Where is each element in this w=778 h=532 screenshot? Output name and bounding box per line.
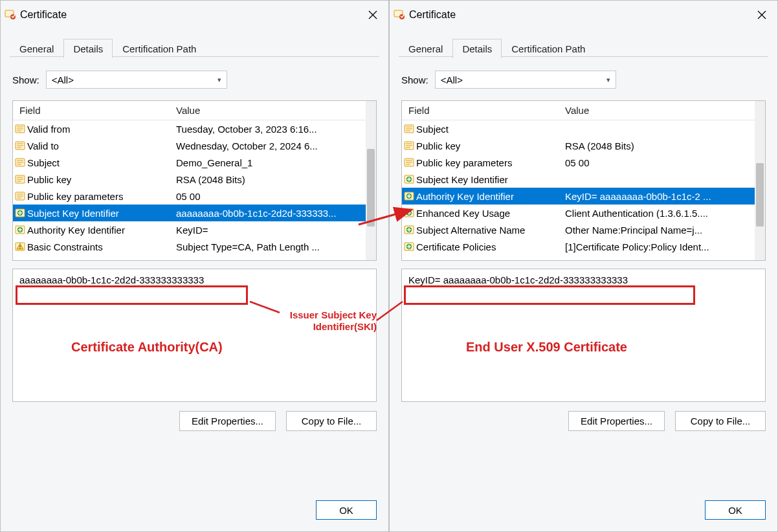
table-row[interactable]: Subject Alternative NameOther Name:Princ…: [402, 221, 755, 238]
dialog-body: Show: <All> ▾ Field Value Valid fromTues…: [1, 58, 388, 500]
certificate-icon: [5, 9, 16, 21]
value-cell: KeyID= aaaaaaaa-0b0b-1c1c-2 ...: [565, 191, 755, 202]
tab-general[interactable]: General: [10, 39, 63, 58]
field-cell: Subject Alternative Name: [416, 225, 565, 236]
table-row[interactable]: Subject Key Identifier: [402, 171, 755, 188]
certificate-dialog-left: Certificate General Details Certificatio…: [0, 0, 389, 532]
show-row: Show: <All> ▾: [12, 71, 377, 89]
listview-rows: Valid fromTuesday, October 3, 2023 6:16.…: [13, 120, 366, 260]
value-cell: Tuesday, October 3, 2023 6:16...: [176, 124, 366, 135]
footer: OK: [390, 500, 777, 531]
scrollbar-track[interactable]: [755, 101, 765, 260]
tab-certification-path[interactable]: Certification Path: [502, 39, 595, 58]
value-cell: 05 00: [565, 157, 755, 168]
fields-listview: Field Value Valid fromTuesday, October 3…: [12, 100, 377, 261]
show-value: <All>: [52, 74, 74, 85]
property-icon: [402, 124, 416, 134]
scrollbar-track[interactable]: [366, 101, 376, 260]
copy-to-file-button[interactable]: Copy to File...: [286, 411, 377, 431]
tab-certification-path[interactable]: Certification Path: [113, 39, 206, 58]
field-cell: Subject: [27, 157, 176, 168]
svg-point-28: [19, 248, 21, 249]
certificate-icon: [394, 9, 405, 21]
close-button[interactable]: [746, 1, 777, 29]
value-cell: Wednesday, October 2, 2024 6...: [176, 140, 366, 151]
details-text: KeyID= aaaaaaaa-0b0b-1c1c-2d2d-333333333…: [408, 274, 628, 285]
table-row[interactable]: Certificate Policies[1]Certificate Polic…: [402, 238, 755, 255]
ok-button[interactable]: OK: [316, 500, 377, 520]
value-cell: 05 00: [176, 191, 366, 202]
table-row[interactable]: Valid fromTuesday, October 3, 2023 6:16.…: [13, 120, 366, 137]
scrollbar-thumb[interactable]: [367, 149, 375, 227]
extension-icon: [13, 208, 27, 218]
field-cell: Public key: [27, 174, 176, 185]
listview-header: Field Value: [402, 101, 765, 120]
button-row: Edit Properties... Copy to File...: [401, 411, 766, 431]
ok-button[interactable]: OK: [705, 500, 766, 520]
window-title: Certificate: [409, 9, 746, 21]
field-cell: Enhanced Key Usage: [416, 208, 565, 219]
property-icon: [13, 191, 27, 201]
details-pane: aaaaaaaa-0b0b-1c1c-2d2d-333333333333: [12, 269, 377, 402]
table-row[interactable]: Authority Key IdentifierKeyID=: [13, 221, 366, 238]
field-cell: Authority Key Identifier: [27, 225, 176, 236]
table-row[interactable]: Enhanced Key UsageClient Authentication …: [402, 205, 755, 221]
edit-properties-button[interactable]: Edit Properties...: [179, 411, 276, 431]
table-row[interactable]: Public key parameters05 00: [13, 188, 366, 205]
titlebar: Certificate: [390, 1, 777, 29]
table-row[interactable]: Public key parameters05 00: [402, 154, 755, 171]
field-cell: Certificate Policies: [416, 241, 565, 252]
critical-extension-icon: [13, 241, 27, 252]
field-cell: Subject Key Identifier: [27, 208, 176, 219]
value-cell: Subject Type=CA, Path Length ...: [176, 241, 366, 252]
tab-strip: General Details Certification Path: [390, 29, 777, 58]
value-cell: KeyID=: [176, 225, 366, 236]
scrollbar[interactable]: [755, 101, 765, 260]
table-row[interactable]: Public keyRSA (2048 Bits): [402, 137, 755, 154]
header-field[interactable]: Field: [402, 105, 565, 116]
table-row[interactable]: Authority Key IdentifierKeyID= aaaaaaaa-…: [402, 188, 755, 205]
tab-details[interactable]: Details: [452, 39, 502, 58]
header-field[interactable]: Field: [13, 105, 176, 116]
field-cell: Basic Constraints: [27, 241, 176, 252]
footer: OK: [1, 500, 388, 531]
listview-rows: SubjectPublic keyRSA (2048 Bits)Public k…: [402, 120, 755, 260]
value-cell: Client Authentication (1.3.6.1.5....: [565, 208, 755, 219]
extension-icon: [402, 225, 416, 235]
table-row[interactable]: Subject: [402, 120, 755, 137]
table-row[interactable]: Basic ConstraintsSubject Type=CA, Path L…: [13, 238, 366, 255]
extension-icon: [402, 191, 416, 201]
edit-properties-button[interactable]: Edit Properties...: [568, 411, 665, 431]
copy-to-file-button[interactable]: Copy to File...: [675, 411, 766, 431]
value-cell: Demo_General_1: [176, 157, 366, 168]
close-button[interactable]: [357, 1, 388, 29]
table-row[interactable]: SubjectDemo_General_1: [13, 154, 366, 171]
tab-general[interactable]: General: [399, 39, 452, 58]
show-label: Show:: [12, 74, 39, 85]
field-cell: Valid to: [27, 140, 176, 151]
value-cell: Other Name:Principal Name=j...: [565, 225, 755, 236]
value-cell: aaaaaaaa-0b0b-1c1c-2d2d-333333...: [176, 208, 366, 219]
table-row[interactable]: Public keyRSA (2048 Bits): [13, 171, 366, 188]
header-value[interactable]: Value: [565, 105, 765, 116]
table-row[interactable]: Subject Key Identifieraaaaaaaa-0b0b-1c1c…: [13, 205, 366, 221]
scrollbar-thumb[interactable]: [756, 163, 764, 227]
dialog-body: Show: <All> ▾ Field Value SubjectPublic …: [390, 58, 777, 500]
field-cell: Valid from: [27, 124, 176, 135]
scrollbar[interactable]: [366, 101, 376, 260]
header-value[interactable]: Value: [176, 105, 376, 116]
value-cell: RSA (2048 Bits): [565, 140, 755, 151]
tab-strip: General Details Certification Path: [1, 29, 388, 58]
table-row[interactable]: Valid toWednesday, October 2, 2024 6...: [13, 137, 366, 154]
extension-icon: [402, 208, 416, 218]
show-dropdown[interactable]: <All> ▾: [435, 71, 616, 89]
button-row: Edit Properties... Copy to File...: [12, 411, 377, 431]
show-dropdown[interactable]: <All> ▾: [46, 71, 227, 89]
fields-listview: Field Value SubjectPublic keyRSA (2048 B…: [401, 100, 766, 261]
listview-header: Field Value: [13, 101, 376, 120]
value-cell: [1]Certificate Policy:Policy Ident...: [565, 241, 755, 252]
certificate-dialog-right: Certificate General Details Certificatio…: [389, 0, 778, 532]
details-text: aaaaaaaa-0b0b-1c1c-2d2d-333333333333: [19, 274, 204, 285]
tab-details[interactable]: Details: [63, 39, 113, 58]
property-icon: [13, 124, 27, 134]
